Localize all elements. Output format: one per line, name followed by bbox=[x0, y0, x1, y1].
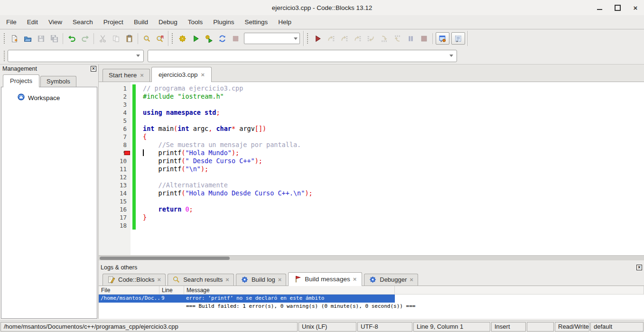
table-row[interactable]: === Build failed: 1 error(s), 0 warning(… bbox=[99, 303, 644, 311]
logs-tab-build-messages[interactable]: Build messages× bbox=[288, 272, 362, 286]
cell-file bbox=[99, 303, 159, 311]
line-number: 12 bbox=[99, 173, 131, 181]
new-file-icon bbox=[10, 35, 19, 43]
run-icon bbox=[192, 35, 200, 43]
minimize-button[interactable] bbox=[596, 4, 603, 11]
management-panel-title: Management bbox=[2, 65, 37, 72]
various-info-button[interactable] bbox=[451, 32, 465, 45]
close-button[interactable]: × bbox=[632, 4, 639, 11]
changed-line-margin bbox=[132, 133, 136, 141]
editor-horizontal-scrollbar[interactable] bbox=[99, 255, 644, 260]
menu-build[interactable]: Build bbox=[129, 17, 153, 28]
run-button[interactable] bbox=[189, 32, 202, 45]
menu-tools[interactable]: Tools bbox=[183, 17, 208, 28]
tab-close-icon[interactable]: × bbox=[353, 276, 357, 282]
undo-button[interactable] bbox=[65, 32, 78, 45]
redo-button[interactable] bbox=[78, 32, 92, 45]
menu-search[interactable]: Search bbox=[67, 17, 98, 28]
paste-button[interactable] bbox=[122, 32, 136, 45]
new-file-button[interactable] bbox=[8, 32, 21, 45]
menu-file[interactable]: File bbox=[1, 17, 22, 28]
management-close-icon[interactable]: × bbox=[91, 66, 96, 72]
code-completion-scope-combo[interactable] bbox=[8, 50, 144, 62]
editor-tab-start-here[interactable]: Start here× bbox=[103, 69, 150, 82]
toolbar-gripper[interactable] bbox=[306, 32, 308, 45]
open-file-button[interactable] bbox=[21, 32, 34, 45]
logs-tab-build-log[interactable]: Build log× bbox=[236, 274, 286, 286]
abort-button[interactable] bbox=[229, 32, 242, 45]
menu-plugins[interactable]: Plugins bbox=[208, 17, 239, 28]
line-number: 9 bbox=[99, 149, 131, 157]
debugging-windows-button[interactable] bbox=[436, 32, 449, 45]
step-out-button[interactable] bbox=[364, 32, 377, 45]
cut-button[interactable] bbox=[96, 32, 109, 45]
stop-debugger-button[interactable] bbox=[417, 32, 430, 45]
menu-settings[interactable]: Settings bbox=[240, 17, 273, 28]
menu-debug[interactable]: Debug bbox=[153, 17, 183, 28]
column-header-message[interactable]: Message bbox=[184, 286, 395, 294]
editor-tab-ejercicio3-cpp[interactable]: ejercicio3.cpp× bbox=[151, 67, 212, 82]
run-to-cursor-button[interactable] bbox=[324, 32, 337, 45]
toolbar-gripper[interactable] bbox=[171, 32, 173, 45]
tree-item-workspace[interactable]: Workspace bbox=[1, 93, 97, 102]
line-number: 15 bbox=[99, 197, 131, 205]
save-all-button[interactable] bbox=[47, 32, 61, 45]
build-button[interactable] bbox=[176, 32, 189, 45]
line-number: 16 bbox=[99, 205, 131, 213]
tab-projects[interactable]: Projects bbox=[3, 74, 39, 87]
step1-icon bbox=[327, 35, 335, 43]
line-number: 10 bbox=[99, 157, 131, 165]
copy-button[interactable] bbox=[109, 32, 122, 45]
replace-button[interactable]: R bbox=[153, 32, 167, 45]
code-line: 9 printf("Hola Mundo"); bbox=[99, 149, 644, 157]
logs-tab-label: Debugger bbox=[380, 276, 407, 283]
column-header-line[interactable]: Line bbox=[159, 286, 184, 294]
step-into-button[interactable] bbox=[351, 32, 364, 45]
scrollbar-thumb[interactable] bbox=[100, 257, 230, 260]
menu-view[interactable]: View bbox=[43, 17, 67, 28]
build-and-run-button[interactable] bbox=[202, 32, 215, 45]
tab-close-icon[interactable]: × bbox=[158, 277, 161, 283]
menu-edit[interactable]: Edit bbox=[22, 17, 43, 28]
find-button[interactable] bbox=[140, 32, 153, 45]
code-completion-function-combo[interactable] bbox=[148, 50, 457, 62]
save-button[interactable] bbox=[34, 32, 47, 45]
table-row[interactable]: /home/msantos/Doc...9error: ‘printf’ no … bbox=[99, 295, 395, 303]
rebuild-icon bbox=[218, 35, 226, 43]
logs-close-icon[interactable]: × bbox=[636, 265, 642, 270]
tab-close-icon[interactable]: × bbox=[410, 277, 413, 283]
logs-tab-debugger[interactable]: Debugger× bbox=[364, 274, 418, 286]
toolbar-gripper[interactable] bbox=[3, 50, 5, 62]
tab-symbols[interactable]: Symbols bbox=[40, 76, 76, 87]
break-debugger-button[interactable] bbox=[404, 32, 417, 45]
debug-continue-button[interactable] bbox=[311, 32, 324, 45]
code-editor[interactable]: 1// programa ejercicio3.cpp2#include "io… bbox=[99, 82, 644, 255]
code-text: printf("Hola Mundo"); bbox=[136, 149, 239, 157]
title-bar: ejercicio3.cpp - Code::Blocks 13.12 × bbox=[0, 0, 644, 15]
cell-file: /home/msantos/Doc... bbox=[99, 295, 159, 303]
column-header-file[interactable]: File bbox=[99, 286, 159, 294]
logs-tab-label: Code::Blocks bbox=[118, 276, 155, 283]
code-line: 8 //Se muestra un mensaje por pantalla. bbox=[99, 141, 644, 149]
chevron-down-icon bbox=[136, 55, 140, 57]
menu-help[interactable]: Help bbox=[273, 17, 297, 28]
step-into-instruction-button[interactable] bbox=[391, 32, 404, 45]
build-target-combo[interactable] bbox=[244, 33, 300, 44]
tab-close-icon[interactable]: × bbox=[278, 277, 282, 283]
next-line-button[interactable] bbox=[337, 32, 351, 45]
logs-tab-code-blocks[interactable]: Code::Blocks× bbox=[103, 274, 166, 286]
maximize-button[interactable] bbox=[614, 4, 621, 11]
logs-panel-title: Logs & others bbox=[101, 264, 137, 271]
tab-close-icon[interactable]: × bbox=[140, 72, 144, 78]
next-instruction-button[interactable] bbox=[377, 32, 391, 45]
logs-tab-search-results[interactable]: Search results× bbox=[168, 274, 234, 286]
toolbar-gripper[interactable] bbox=[3, 32, 5, 45]
panel-splitter[interactable] bbox=[99, 260, 644, 264]
rebuild-button[interactable] bbox=[215, 32, 229, 45]
tab-close-icon[interactable]: × bbox=[201, 72, 205, 78]
build-run-icon bbox=[205, 35, 213, 43]
menu-project[interactable]: Project bbox=[98, 17, 129, 28]
cell-message: === Build failed: 1 error(s), 0 warning(… bbox=[184, 303, 644, 311]
code-text: //Se muestra un mensaje por pantalla. bbox=[136, 141, 301, 149]
tab-close-icon[interactable]: × bbox=[225, 277, 229, 283]
